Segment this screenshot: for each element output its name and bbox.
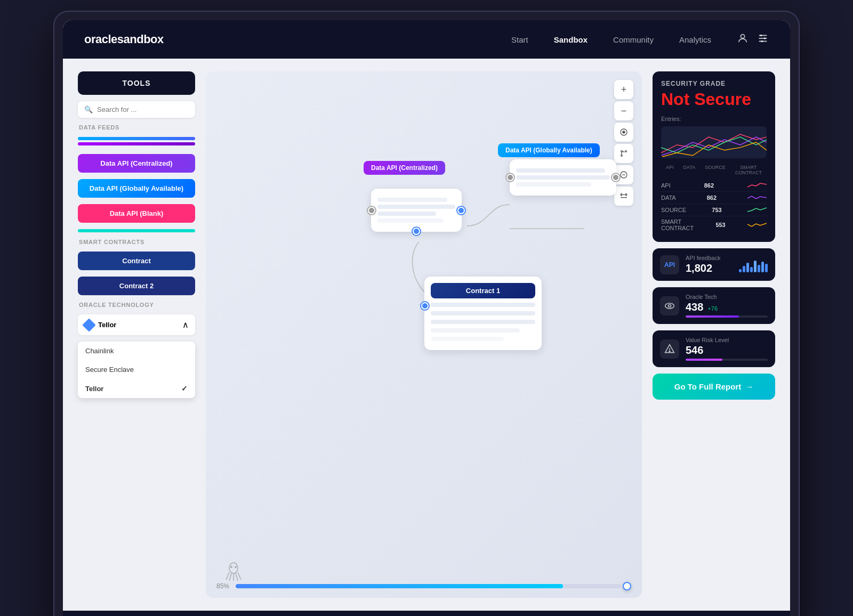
connector-bottom[interactable] [413, 228, 420, 235]
oracle-progress [686, 315, 768, 318]
svg-point-29 [669, 351, 670, 352]
eye-icon [660, 296, 679, 315]
search-icon: 🔍 [84, 106, 93, 114]
oracle-select[interactable]: Tellor ∧ [78, 314, 195, 335]
floating-label-centralized: Data API (Centralized) [364, 161, 445, 175]
search-input[interactable] [97, 106, 189, 114]
main-content: TOOLS 🔍 DATA FEEDS Data API (Centralized… [63, 59, 790, 611]
svg-point-18 [229, 563, 238, 573]
svg-point-4 [760, 34, 762, 36]
svg-point-11 [621, 155, 623, 157]
stat-api-feedback: API API feedback 1,802 [653, 248, 775, 281]
entries-label: Entries: [661, 116, 767, 122]
zoom-out-button[interactable]: − [614, 101, 633, 120]
go-report-button[interactable]: Go To Full Report → [653, 374, 775, 400]
metric-api: API 862 [661, 180, 767, 192]
svg-point-8 [623, 131, 625, 133]
chart-label-data: DATA [683, 165, 696, 175]
chart-label-smart: SMARTCONTRACT [735, 165, 762, 175]
dropdown-chainlink[interactable]: Chainlink [78, 342, 195, 360]
svg-point-27 [669, 304, 671, 307]
settings-icon[interactable] [757, 33, 769, 47]
sidebar: TOOLS 🔍 DATA FEEDS Data API (Centralized… [78, 71, 195, 598]
nav-analytics[interactable]: Analytics [679, 35, 711, 44]
user-icon[interactable] [737, 33, 749, 47]
warning-icon [660, 339, 679, 359]
btn-contract2[interactable]: Contract 2 [78, 277, 195, 295]
nav-sandbox[interactable]: Sandbox [554, 35, 588, 44]
connector-left2[interactable] [506, 174, 514, 181]
right-panel: SECURITY GRADE Not Secure Entries: AP [653, 71, 775, 598]
svg-point-5 [764, 37, 766, 39]
footer: © 2020 ORACLE SANDBOX INC. [63, 611, 790, 616]
node-data-api-globally[interactable] [510, 159, 616, 196]
connector-left3[interactable] [421, 302, 429, 310]
stat-oracle-tech: Oracle Tech 438 +76 [653, 287, 775, 324]
purple-strip [78, 142, 195, 145]
go-report-label: Go To Full Report [674, 382, 742, 391]
header: oraclesandbox Start Sandbox Community An… [63, 20, 790, 59]
data-feeds-section [78, 137, 195, 148]
blue-strip-1 [78, 137, 195, 140]
svg-point-26 [665, 303, 674, 309]
btn-data-api-blank[interactable]: Data API (Blank) [78, 204, 195, 223]
checkmark-icon: ✓ [181, 384, 188, 393]
metric-smart-contract: SMARTCONTRACT 553 [661, 216, 767, 233]
node-data-api-centralized[interactable] [371, 189, 462, 232]
nav-start[interactable]: Start [511, 35, 528, 44]
arrow-right-icon: → [745, 382, 753, 391]
nav-icons [737, 33, 769, 47]
svg-line-23 [238, 572, 241, 580]
svg-line-22 [236, 573, 238, 581]
canvas-controls: + − [614, 80, 633, 206]
progress-label: 85% [216, 582, 229, 590]
chart-label-source: SOURCE [705, 165, 726, 175]
dropdown-tellor[interactable]: Tellor ✓ [78, 379, 195, 398]
floating-label-globally: Data API (Globally Available) [498, 143, 600, 157]
btn-contract[interactable]: Contract [78, 252, 195, 270]
tools-title: TOOLS [78, 71, 195, 95]
api-info: API feedback 1,802 [686, 255, 733, 274]
zoom-in-button[interactable]: + [614, 80, 633, 99]
metric-data: DATA 862 [661, 192, 767, 204]
svg-point-0 [741, 34, 744, 38]
nav-community[interactable]: Community [613, 35, 654, 44]
connector-right[interactable] [457, 207, 465, 214]
btn-data-api-globally[interactable]: Data API (Globally Available) [78, 179, 195, 198]
svg-line-20 [229, 573, 231, 581]
risk-info: Value Risk Level 546 [686, 337, 768, 361]
api-bar-chart [739, 257, 768, 272]
device-frame: oraclesandbox Start Sandbox Community An… [53, 11, 800, 616]
svg-point-9 [621, 151, 623, 152]
risk-title: Value Risk Level [686, 337, 768, 343]
connector-left[interactable] [368, 207, 375, 214]
branch-button[interactable] [614, 144, 633, 163]
api-value: 1,802 [686, 262, 733, 274]
security-status: Not Secure [661, 90, 767, 109]
arrows-button[interactable] [614, 187, 633, 206]
risk-value: 546 [686, 344, 768, 356]
progress-bar[interactable] [236, 584, 621, 588]
oracle-selected: Tellor [98, 321, 116, 329]
svg-line-19 [226, 572, 229, 580]
node-contract-1[interactable]: Contract 1 [424, 277, 542, 350]
risk-progress [686, 359, 768, 361]
btn-data-api-centralized[interactable]: Data API (Centralized) [78, 154, 195, 173]
chart-labels: API DATA SOURCE SMARTCONTRACT [661, 165, 767, 175]
progress-fill [236, 584, 563, 588]
dropdown-secure-enclave[interactable]: Secure Enclave [78, 360, 195, 379]
oracle-tech-label: ORACLE TECHNOLOGY [78, 302, 195, 308]
teal-strip [78, 229, 195, 232]
canvas-area[interactable]: + − [206, 71, 642, 598]
progress-handle[interactable] [623, 582, 631, 590]
refresh-button[interactable] [614, 123, 633, 142]
nav: Start Sandbox Community Analytics [511, 35, 711, 44]
smart-contracts-label: SMART CONTRACTS [78, 239, 195, 245]
search-box[interactable]: 🔍 [78, 101, 195, 118]
connector-right2[interactable] [612, 174, 619, 181]
svg-point-10 [625, 151, 627, 152]
api-title: API feedback [686, 255, 733, 261]
diamond-icon [82, 318, 95, 331]
svg-point-24 [230, 566, 232, 568]
mini-chart [661, 126, 767, 158]
